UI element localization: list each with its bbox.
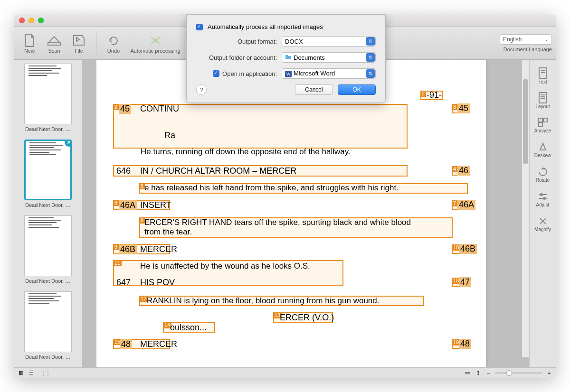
file-import-icon (70, 33, 88, 48)
rotate-tool-button[interactable]: Rotate (532, 162, 554, 186)
zoom-in-icon[interactable]: + (545, 369, 553, 377)
help-button[interactable]: ? (196, 84, 207, 95)
cancel-button[interactable]: Cancel (295, 84, 333, 95)
export-dialog: Automatically process all imported image… (186, 14, 386, 103)
undo-button[interactable]: Undo (102, 29, 125, 57)
list-view-icon[interactable]: ☰ (28, 369, 35, 377)
close-icon[interactable]: ✕ (65, 140, 72, 147)
language-select[interactable]: English ⌄ (500, 34, 552, 45)
undo-icon (104, 33, 123, 48)
page-icon[interactable]: ▭ (464, 369, 471, 377)
chevron-up-down-icon: ⇅ (366, 53, 375, 62)
chevron-up-down-icon: ⇅ (366, 69, 375, 78)
svg-point-0 (154, 39, 157, 42)
word-icon: W (285, 71, 292, 77)
adjust-tool-button[interactable]: Adjust (532, 187, 554, 211)
auto-process-checkbox[interactable] (196, 24, 203, 30)
page-canvas: 2 -91- 2 45 CONTINU Ra He turns, running… (96, 60, 486, 367)
thumbnail-item[interactable]: Dead Next Door, Th… (24, 64, 72, 138)
zoom-slider-thumb[interactable] (506, 370, 512, 376)
folder-icon (285, 54, 292, 60)
open-in-app-label: Open in application: (222, 70, 277, 77)
svg-rect-19 (539, 118, 542, 122)
vertical-scrollbar[interactable] (522, 60, 529, 357)
region-marker: 2 (113, 104, 119, 110)
tools-panel: Text Layout Analyze Deskew Rotate Adjust… (529, 60, 556, 367)
thumbnail-item[interactable]: Dead Next Door, Th… (24, 291, 72, 365)
auto-process-icon (146, 33, 164, 48)
analyze-tool-button[interactable]: Analyze (532, 113, 554, 137)
output-format-label: Output format: (196, 38, 277, 45)
page-fit-icon[interactable]: ▯ (474, 369, 482, 377)
language-region: English ⌄ Document Language (500, 34, 552, 52)
magnify-tool-button[interactable]: Magnify (532, 212, 554, 235)
layout-tool-button[interactable]: Layout (532, 88, 554, 112)
thumbnail-item-selected[interactable]: ✕ Dead Next Door, Th… (24, 140, 72, 214)
thumbnail-item[interactable]: Dead Next Door, Th… (24, 215, 72, 289)
svg-rect-20 (543, 118, 547, 122)
new-button[interactable]: New (18, 29, 41, 57)
separator (96, 31, 96, 55)
open-in-app-select[interactable]: WMicrosoft Word ⇅ (282, 68, 376, 79)
language-label: Document Language (504, 47, 552, 52)
document-icon (20, 33, 38, 48)
chevron-down-icon: ⌄ (545, 37, 549, 42)
ok-button[interactable]: OK (338, 84, 376, 95)
auto-process-button[interactable]: Automatic processing (127, 29, 184, 57)
svg-rect-21 (539, 123, 542, 127)
scrollbar-thumb[interactable] (523, 79, 528, 164)
deskew-tool-button[interactable]: Deskew (532, 138, 554, 161)
thumbnail-panel[interactable]: Dead Next Door, Th… ✕ Dead Next Door, Th… (14, 60, 82, 367)
scan-button[interactable]: Scan (43, 29, 66, 57)
auto-process-label: Automatically process all imported image… (208, 23, 323, 30)
output-folder-label: Output folder or account: (196, 54, 277, 61)
app-window: Dead Next Door, The screenplay (6th draf… (14, 14, 556, 378)
chevron-up-down-icon: ⇅ (366, 37, 375, 46)
statusbar: ▦ ☰ ⋮⋮ ▭ ▯ − + (14, 367, 556, 378)
zoom-slider[interactable] (495, 372, 542, 374)
svg-rect-15 (539, 93, 547, 103)
text-tool-button[interactable]: Text (532, 64, 554, 87)
zoom-out-icon[interactable]: − (484, 369, 492, 377)
grid-view-icon[interactable]: ▦ (17, 369, 25, 377)
open-in-app-checkbox[interactable] (213, 70, 219, 77)
panel-resize-handle[interactable]: ⋮⋮ (38, 369, 51, 377)
page-number: -91- (427, 90, 442, 100)
main-area: Dead Next Door, Th… ✕ Dead Next Door, Th… (14, 60, 556, 367)
document-view[interactable]: 2 -91- 2 45 CONTINU Ra He turns, running… (82, 60, 529, 367)
file-button[interactable]: File (67, 29, 90, 57)
scanner-icon (45, 33, 63, 48)
output-folder-select[interactable]: Documents ⇅ (282, 52, 376, 63)
output-format-select[interactable]: DOCX ⇅ (282, 36, 376, 47)
